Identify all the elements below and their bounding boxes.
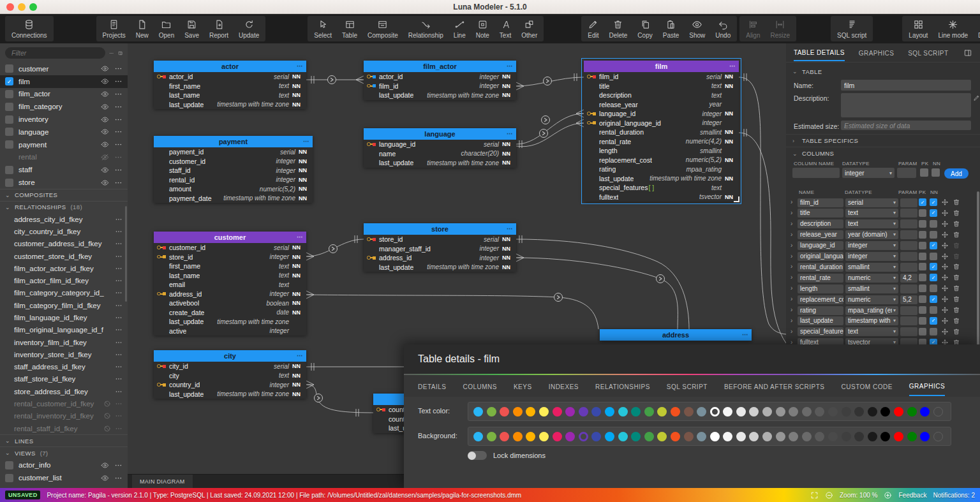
table-column-row[interactable]: last_updatetimestamp with time zoneNN	[154, 390, 306, 399]
diagram-table-store[interactable]: store⋯store_idserialNNmanager_staff_idin…	[364, 223, 516, 272]
move-column-icon[interactable]	[941, 317, 949, 325]
chevron-right-icon[interactable]: ›	[791, 306, 792, 313]
color-swatch-0000ff[interactable]	[920, 407, 930, 417]
table-column-row[interactable]: citytextNN	[154, 371, 306, 381]
toolbar-button-report[interactable]: Report	[204, 17, 234, 40]
column-param-input[interactable]	[900, 252, 917, 261]
color-swatch-ffffff[interactable]	[710, 407, 720, 417]
table-header[interactable]: film_actor⋯	[364, 61, 516, 72]
eye-icon[interactable]	[101, 115, 109, 124]
table-menu-icon[interactable]: ⋯	[297, 232, 303, 243]
table-column-row[interactable]: language_idserialNN	[364, 140, 516, 149]
table-column-row[interactable]: replacement_costnumeric(5,2)NN	[584, 156, 739, 165]
toolbar-button-composite[interactable]: Composite	[362, 17, 403, 40]
table-menu-icon[interactable]: ⋯	[742, 329, 748, 341]
color-swatch-78909c[interactable]	[697, 432, 706, 441]
add-column-button[interactable]: Add	[944, 168, 969, 179]
move-column-icon[interactable]	[941, 198, 949, 206]
section-table-specifics[interactable]: › TABLE SPECIFICS	[786, 134, 980, 147]
item-menu-icon[interactable]	[114, 179, 122, 187]
column-name-input[interactable]: special_features	[798, 327, 843, 336]
color-swatch-673ab7[interactable]	[579, 432, 588, 441]
sidebar-item-language[interactable]: language	[0, 126, 128, 138]
color-swatch-ff0000[interactable]	[894, 432, 903, 441]
color-swatch-26c6da[interactable]	[618, 407, 628, 417]
color-swatch-ff0000[interactable]	[894, 407, 903, 417]
delete-column-icon[interactable]	[953, 242, 960, 249]
table-column-row[interactable]: store_idintegerNN	[154, 253, 306, 262]
table-column-row[interactable]: last_nametextNN	[154, 91, 306, 100]
color-swatch-fb8c00[interactable]	[513, 432, 523, 441]
sidebar-relationship-film-original-language-id-f[interactable]: film_original_language_id_f	[0, 324, 128, 336]
panel-tab-table-details[interactable]: TABLE DETAILS	[794, 44, 845, 61]
column-name-input[interactable]: title	[798, 209, 843, 218]
column-param-input[interactable]	[900, 198, 917, 207]
color-swatch-4a4a4a[interactable]	[828, 407, 838, 417]
pk-checkbox[interactable]	[919, 328, 926, 336]
table-header[interactable]: customer⋯	[154, 232, 306, 243]
table-menu-icon[interactable]: ⋯	[507, 128, 513, 140]
table-column-row[interactable]: activeboolbooleanNN	[154, 299, 306, 308]
item-menu-icon[interactable]	[115, 339, 122, 346]
color-swatch-f4511e[interactable]	[671, 432, 680, 441]
diagram-table-actor[interactable]: actor⋯actor_idserialNNfirst_nametextNNla…	[154, 61, 306, 109]
toolbar-button-update[interactable]: Update	[234, 17, 264, 40]
toolbar-button-display[interactable]: Display	[973, 17, 980, 40]
color-swatch-795548[interactable]	[684, 432, 694, 441]
table-menu-icon[interactable]: ⋯	[729, 61, 736, 72]
delete-column-icon[interactable]	[953, 328, 960, 336]
color-swatch-c0ca33[interactable]	[657, 432, 667, 441]
color-swatch-7cb342[interactable]	[487, 432, 496, 441]
panel-tab-sql-script[interactable]: SQL SCRIPT	[908, 45, 948, 61]
item-menu-icon[interactable]	[115, 253, 122, 260]
nn-checkbox[interactable]	[930, 306, 937, 314]
column-datatype-select[interactable]: text▾	[845, 327, 898, 336]
modal-tab-details[interactable]: DETAILS	[418, 377, 446, 395]
item-menu-icon[interactable]	[115, 228, 122, 235]
table-checkbox[interactable]	[5, 128, 13, 136]
diagram-table-language[interactable]: language⋯language_idserialNNnamecharacte…	[364, 128, 516, 168]
section-table[interactable]: ⌄ TABLE	[786, 65, 980, 78]
nn-checkbox[interactable]: ✓	[930, 295, 937, 303]
color-swatch-ef5350[interactable]	[500, 407, 509, 417]
item-menu-icon[interactable]	[114, 90, 122, 98]
table-column-row[interactable]: city_idserialNN	[154, 362, 306, 371]
item-menu-icon[interactable]	[115, 425, 122, 432]
column-datatype-select[interactable]: year (domain)▾	[845, 230, 898, 239]
diagram-table-customer[interactable]: customer⋯customer_idserialNNstore_idinte…	[154, 232, 306, 336]
modal-tab-custom-code[interactable]: CUSTOM CODE	[842, 377, 893, 395]
toolbar-button-other[interactable]: Other	[516, 17, 542, 40]
table-checkbox[interactable]: ✓	[5, 77, 13, 85]
color-swatch-ffffff[interactable]	[710, 432, 720, 441]
description-textarea[interactable]	[841, 93, 971, 117]
table-column-row[interactable]: fulltexttsvectorNN	[584, 193, 739, 202]
column-param-input[interactable]	[900, 306, 917, 315]
color-swatch-000000[interactable]	[880, 407, 890, 417]
item-menu-icon[interactable]	[115, 363, 122, 371]
table-header[interactable]: actor⋯	[154, 61, 306, 72]
column-name-input[interactable]: film_id	[798, 198, 843, 207]
column-datatype-select[interactable]: smallint▾	[845, 263, 898, 272]
color-swatch-9c27b0[interactable]	[565, 432, 575, 441]
eye-icon[interactable]	[101, 461, 109, 469]
sidebar-relationship-address-city-id-fkey[interactable]: address_city_id_fkey	[0, 213, 128, 225]
pk-checkbox[interactable]	[919, 231, 926, 239]
move-column-icon[interactable]	[941, 263, 949, 270]
color-swatch-e91e63[interactable]	[553, 407, 562, 417]
table-column-row[interactable]: last_updatetimestamp with time zoneNN	[154, 100, 306, 110]
table-column-row[interactable]: film_idserialNN	[584, 72, 739, 82]
column-name-input[interactable]: rating	[798, 306, 843, 315]
feedback-link[interactable]: Feedback	[898, 492, 926, 499]
color-swatch-5a5a5a[interactable]	[815, 407, 824, 417]
column-datatype-select[interactable]: integer▾	[845, 252, 898, 261]
item-menu-icon[interactable]	[115, 289, 122, 297]
column-param-input[interactable]	[900, 284, 917, 293]
item-menu-icon[interactable]	[115, 351, 122, 358]
pk-checkbox[interactable]: ✓	[919, 198, 926, 206]
color-swatch-333333[interactable]	[854, 432, 864, 441]
nn-checkbox[interactable]: ✓	[930, 274, 937, 281]
sidebar-relationship-staff-address-id-fkey[interactable]: staff_address_id_fkey	[0, 361, 128, 373]
delete-column-icon[interactable]	[953, 220, 960, 228]
sidebar-item-store[interactable]: store	[0, 176, 128, 189]
color-swatch-6a6a6a[interactable]	[802, 432, 812, 441]
